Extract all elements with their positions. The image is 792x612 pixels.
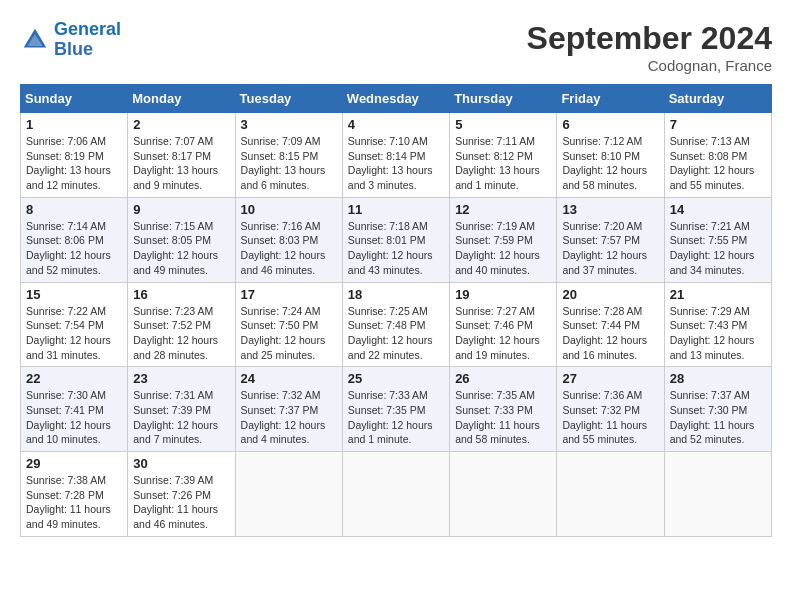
day-number: 7 bbox=[670, 117, 766, 132]
day-info: Sunrise: 7:18 AMSunset: 8:01 PMDaylight:… bbox=[348, 219, 444, 278]
header-wednesday: Wednesday bbox=[342, 85, 449, 113]
day-number: 6 bbox=[562, 117, 658, 132]
header-thursday: Thursday bbox=[450, 85, 557, 113]
day-number: 4 bbox=[348, 117, 444, 132]
day-info: Sunrise: 7:12 AMSunset: 8:10 PMDaylight:… bbox=[562, 134, 658, 193]
day-cell: 2Sunrise: 7:07 AMSunset: 8:17 PMDaylight… bbox=[128, 113, 235, 198]
day-info: Sunrise: 7:11 AMSunset: 8:12 PMDaylight:… bbox=[455, 134, 551, 193]
day-cell: 14Sunrise: 7:21 AMSunset: 7:55 PMDayligh… bbox=[664, 197, 771, 282]
day-cell: 4Sunrise: 7:10 AMSunset: 8:14 PMDaylight… bbox=[342, 113, 449, 198]
day-info: Sunrise: 7:25 AMSunset: 7:48 PMDaylight:… bbox=[348, 304, 444, 363]
day-cell: 15Sunrise: 7:22 AMSunset: 7:54 PMDayligh… bbox=[21, 282, 128, 367]
day-cell: 26Sunrise: 7:35 AMSunset: 7:33 PMDayligh… bbox=[450, 367, 557, 452]
day-number: 5 bbox=[455, 117, 551, 132]
week-row-4: 22Sunrise: 7:30 AMSunset: 7:41 PMDayligh… bbox=[21, 367, 772, 452]
day-number: 22 bbox=[26, 371, 122, 386]
day-cell bbox=[450, 452, 557, 537]
day-cell bbox=[664, 452, 771, 537]
day-cell: 17Sunrise: 7:24 AMSunset: 7:50 PMDayligh… bbox=[235, 282, 342, 367]
day-number: 10 bbox=[241, 202, 337, 217]
day-number: 8 bbox=[26, 202, 122, 217]
day-number: 12 bbox=[455, 202, 551, 217]
day-number: 15 bbox=[26, 287, 122, 302]
day-cell: 9Sunrise: 7:15 AMSunset: 8:05 PMDaylight… bbox=[128, 197, 235, 282]
day-info: Sunrise: 7:15 AMSunset: 8:05 PMDaylight:… bbox=[133, 219, 229, 278]
day-info: Sunrise: 7:10 AMSunset: 8:14 PMDaylight:… bbox=[348, 134, 444, 193]
day-number: 17 bbox=[241, 287, 337, 302]
day-cell: 20Sunrise: 7:28 AMSunset: 7:44 PMDayligh… bbox=[557, 282, 664, 367]
day-info: Sunrise: 7:29 AMSunset: 7:43 PMDaylight:… bbox=[670, 304, 766, 363]
day-number: 3 bbox=[241, 117, 337, 132]
day-info: Sunrise: 7:14 AMSunset: 8:06 PMDaylight:… bbox=[26, 219, 122, 278]
day-cell: 30Sunrise: 7:39 AMSunset: 7:26 PMDayligh… bbox=[128, 452, 235, 537]
day-info: Sunrise: 7:31 AMSunset: 7:39 PMDaylight:… bbox=[133, 388, 229, 447]
location: Codognan, France bbox=[527, 57, 772, 74]
header-friday: Friday bbox=[557, 85, 664, 113]
day-cell: 8Sunrise: 7:14 AMSunset: 8:06 PMDaylight… bbox=[21, 197, 128, 282]
day-cell: 3Sunrise: 7:09 AMSunset: 8:15 PMDaylight… bbox=[235, 113, 342, 198]
day-info: Sunrise: 7:30 AMSunset: 7:41 PMDaylight:… bbox=[26, 388, 122, 447]
header-row: SundayMondayTuesdayWednesdayThursdayFrid… bbox=[21, 85, 772, 113]
header-sunday: Sunday bbox=[21, 85, 128, 113]
day-info: Sunrise: 7:27 AMSunset: 7:46 PMDaylight:… bbox=[455, 304, 551, 363]
day-cell: 25Sunrise: 7:33 AMSunset: 7:35 PMDayligh… bbox=[342, 367, 449, 452]
day-cell bbox=[557, 452, 664, 537]
day-number: 18 bbox=[348, 287, 444, 302]
day-number: 9 bbox=[133, 202, 229, 217]
day-cell: 18Sunrise: 7:25 AMSunset: 7:48 PMDayligh… bbox=[342, 282, 449, 367]
day-number: 27 bbox=[562, 371, 658, 386]
day-number: 19 bbox=[455, 287, 551, 302]
day-info: Sunrise: 7:22 AMSunset: 7:54 PMDaylight:… bbox=[26, 304, 122, 363]
day-number: 21 bbox=[670, 287, 766, 302]
day-cell: 5Sunrise: 7:11 AMSunset: 8:12 PMDaylight… bbox=[450, 113, 557, 198]
day-cell bbox=[342, 452, 449, 537]
day-number: 26 bbox=[455, 371, 551, 386]
day-number: 14 bbox=[670, 202, 766, 217]
day-info: Sunrise: 7:37 AMSunset: 7:30 PMDaylight:… bbox=[670, 388, 766, 447]
day-number: 24 bbox=[241, 371, 337, 386]
week-row-2: 8Sunrise: 7:14 AMSunset: 8:06 PMDaylight… bbox=[21, 197, 772, 282]
title-block: September 2024 Codognan, France bbox=[527, 20, 772, 74]
day-cell: 11Sunrise: 7:18 AMSunset: 8:01 PMDayligh… bbox=[342, 197, 449, 282]
day-cell bbox=[235, 452, 342, 537]
day-cell: 24Sunrise: 7:32 AMSunset: 7:37 PMDayligh… bbox=[235, 367, 342, 452]
day-cell: 7Sunrise: 7:13 AMSunset: 8:08 PMDaylight… bbox=[664, 113, 771, 198]
day-cell: 28Sunrise: 7:37 AMSunset: 7:30 PMDayligh… bbox=[664, 367, 771, 452]
logo-icon bbox=[20, 25, 50, 55]
week-row-1: 1Sunrise: 7:06 AMSunset: 8:19 PMDaylight… bbox=[21, 113, 772, 198]
header-monday: Monday bbox=[128, 85, 235, 113]
week-row-5: 29Sunrise: 7:38 AMSunset: 7:28 PMDayligh… bbox=[21, 452, 772, 537]
day-info: Sunrise: 7:13 AMSunset: 8:08 PMDaylight:… bbox=[670, 134, 766, 193]
day-info: Sunrise: 7:36 AMSunset: 7:32 PMDaylight:… bbox=[562, 388, 658, 447]
logo: General Blue bbox=[20, 20, 121, 60]
day-number: 23 bbox=[133, 371, 229, 386]
day-cell: 10Sunrise: 7:16 AMSunset: 8:03 PMDayligh… bbox=[235, 197, 342, 282]
day-cell: 27Sunrise: 7:36 AMSunset: 7:32 PMDayligh… bbox=[557, 367, 664, 452]
day-info: Sunrise: 7:07 AMSunset: 8:17 PMDaylight:… bbox=[133, 134, 229, 193]
week-row-3: 15Sunrise: 7:22 AMSunset: 7:54 PMDayligh… bbox=[21, 282, 772, 367]
day-info: Sunrise: 7:33 AMSunset: 7:35 PMDaylight:… bbox=[348, 388, 444, 447]
day-info: Sunrise: 7:24 AMSunset: 7:50 PMDaylight:… bbox=[241, 304, 337, 363]
day-cell: 19Sunrise: 7:27 AMSunset: 7:46 PMDayligh… bbox=[450, 282, 557, 367]
logo-text: General Blue bbox=[54, 20, 121, 60]
header-saturday: Saturday bbox=[664, 85, 771, 113]
day-cell: 1Sunrise: 7:06 AMSunset: 8:19 PMDaylight… bbox=[21, 113, 128, 198]
day-info: Sunrise: 7:09 AMSunset: 8:15 PMDaylight:… bbox=[241, 134, 337, 193]
day-number: 13 bbox=[562, 202, 658, 217]
day-number: 2 bbox=[133, 117, 229, 132]
day-info: Sunrise: 7:32 AMSunset: 7:37 PMDaylight:… bbox=[241, 388, 337, 447]
day-number: 11 bbox=[348, 202, 444, 217]
day-info: Sunrise: 7:35 AMSunset: 7:33 PMDaylight:… bbox=[455, 388, 551, 447]
day-cell: 23Sunrise: 7:31 AMSunset: 7:39 PMDayligh… bbox=[128, 367, 235, 452]
day-info: Sunrise: 7:06 AMSunset: 8:19 PMDaylight:… bbox=[26, 134, 122, 193]
day-cell: 6Sunrise: 7:12 AMSunset: 8:10 PMDaylight… bbox=[557, 113, 664, 198]
header-tuesday: Tuesday bbox=[235, 85, 342, 113]
day-info: Sunrise: 7:21 AMSunset: 7:55 PMDaylight:… bbox=[670, 219, 766, 278]
day-cell: 29Sunrise: 7:38 AMSunset: 7:28 PMDayligh… bbox=[21, 452, 128, 537]
day-info: Sunrise: 7:28 AMSunset: 7:44 PMDaylight:… bbox=[562, 304, 658, 363]
page-header: General Blue September 2024 Codognan, Fr… bbox=[20, 20, 772, 74]
day-cell: 12Sunrise: 7:19 AMSunset: 7:59 PMDayligh… bbox=[450, 197, 557, 282]
day-cell: 16Sunrise: 7:23 AMSunset: 7:52 PMDayligh… bbox=[128, 282, 235, 367]
day-number: 30 bbox=[133, 456, 229, 471]
day-info: Sunrise: 7:16 AMSunset: 8:03 PMDaylight:… bbox=[241, 219, 337, 278]
